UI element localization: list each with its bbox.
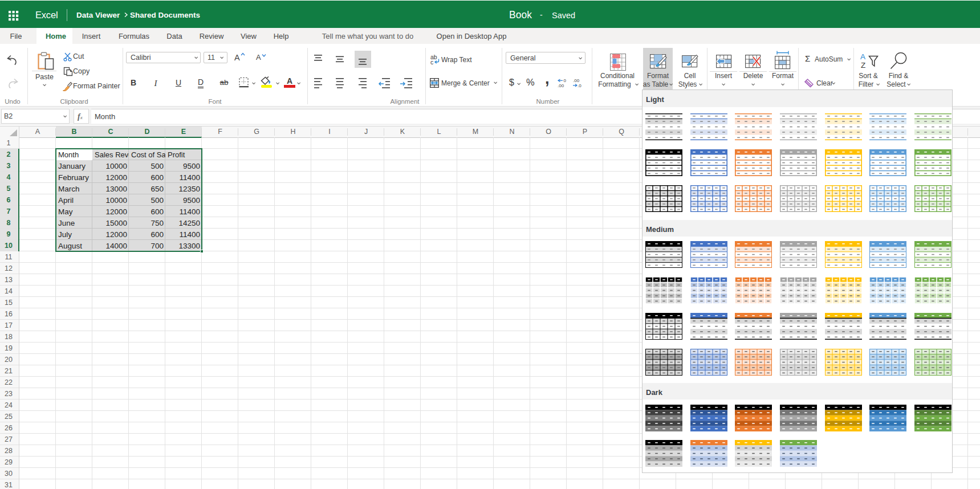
svg-text:Z: Z bbox=[861, 61, 865, 69]
svg-text:c: c bbox=[430, 59, 433, 65]
svg-text:A: A bbox=[860, 52, 865, 61]
